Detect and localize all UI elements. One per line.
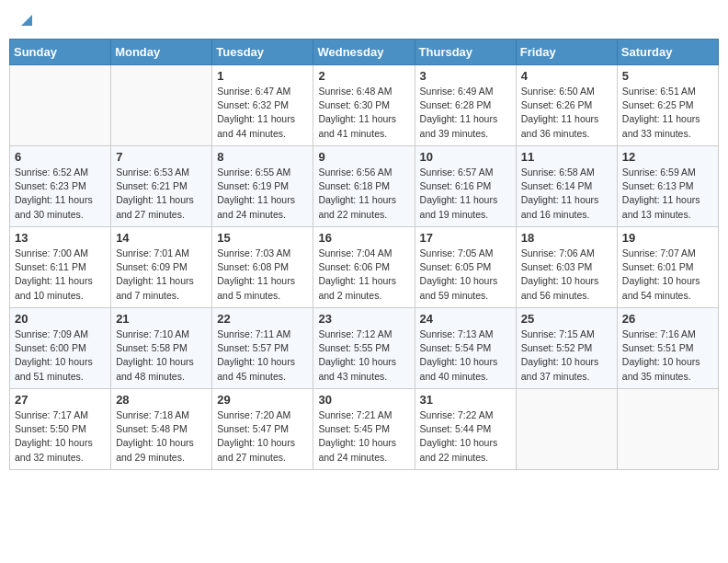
calendar-cell: 18Sunrise: 7:06 AM Sunset: 6:03 PM Dayli…: [516, 227, 617, 308]
calendar-cell: 29Sunrise: 7:20 AM Sunset: 5:47 PM Dayli…: [212, 389, 313, 470]
day-number: 3: [420, 69, 511, 83]
calendar-cell: 19Sunrise: 7:07 AM Sunset: 6:01 PM Dayli…: [617, 227, 718, 308]
calendar-week-row: 1Sunrise: 6:47 AM Sunset: 6:32 PM Daylig…: [10, 65, 719, 146]
day-info: Sunrise: 6:53 AM Sunset: 6:21 PM Dayligh…: [116, 166, 207, 222]
calendar-cell: 22Sunrise: 7:11 AM Sunset: 5:57 PM Dayli…: [212, 308, 313, 389]
calendar-cell: 6Sunrise: 6:52 AM Sunset: 6:23 PM Daylig…: [10, 146, 111, 227]
day-number: 5: [622, 69, 713, 83]
calendar-cell: 1Sunrise: 6:47 AM Sunset: 6:32 PM Daylig…: [212, 65, 313, 146]
day-info: Sunrise: 7:01 AM Sunset: 6:09 PM Dayligh…: [116, 247, 207, 303]
day-info: Sunrise: 6:59 AM Sunset: 6:13 PM Dayligh…: [622, 166, 713, 222]
calendar-cell: [111, 65, 212, 146]
calendar-cell: 2Sunrise: 6:48 AM Sunset: 6:30 PM Daylig…: [313, 65, 415, 146]
day-info: Sunrise: 6:56 AM Sunset: 6:18 PM Dayligh…: [318, 166, 409, 222]
calendar-cell: 28Sunrise: 7:18 AM Sunset: 5:48 PM Dayli…: [111, 389, 212, 470]
calendar-cell: 16Sunrise: 7:04 AM Sunset: 6:06 PM Dayli…: [313, 227, 415, 308]
day-number: 18: [521, 231, 612, 245]
day-info: Sunrise: 7:09 AM Sunset: 6:00 PM Dayligh…: [15, 327, 106, 384]
calendar-week-row: 6Sunrise: 6:52 AM Sunset: 6:23 PM Daylig…: [10, 146, 719, 227]
calendar-cell: 11Sunrise: 6:58 AM Sunset: 6:14 PM Dayli…: [516, 146, 617, 227]
day-number: 21: [116, 312, 207, 326]
day-info: Sunrise: 6:50 AM Sunset: 6:26 PM Dayligh…: [521, 85, 612, 141]
day-info: Sunrise: 7:17 AM Sunset: 5:50 PM Dayligh…: [15, 408, 106, 465]
day-number: 2: [318, 69, 409, 83]
calendar-cell: 25Sunrise: 7:15 AM Sunset: 5:52 PM Dayli…: [516, 308, 617, 389]
day-number: 13: [15, 231, 106, 245]
column-header-sunday: Sunday: [10, 40, 111, 65]
day-info: Sunrise: 6:52 AM Sunset: 6:23 PM Dayligh…: [15, 166, 106, 222]
day-number: 26: [622, 312, 713, 326]
calendar-cell: 9Sunrise: 6:56 AM Sunset: 6:18 PM Daylig…: [313, 146, 415, 227]
calendar-cell: 15Sunrise: 7:03 AM Sunset: 6:08 PM Dayli…: [212, 227, 313, 308]
day-info: Sunrise: 6:51 AM Sunset: 6:25 PM Dayligh…: [622, 85, 713, 141]
calendar-cell: [617, 389, 718, 470]
column-header-thursday: Thursday: [415, 40, 516, 65]
day-number: 25: [521, 312, 612, 326]
calendar-cell: 26Sunrise: 7:16 AM Sunset: 5:51 PM Dayli…: [617, 308, 718, 389]
day-number: 11: [521, 150, 612, 164]
day-info: Sunrise: 7:15 AM Sunset: 5:52 PM Dayligh…: [521, 327, 612, 384]
day-number: 24: [420, 312, 511, 326]
column-header-friday: Friday: [516, 40, 617, 65]
day-number: 12: [622, 150, 713, 164]
day-info: Sunrise: 7:06 AM Sunset: 6:03 PM Dayligh…: [521, 247, 612, 303]
calendar-cell: 3Sunrise: 6:49 AM Sunset: 6:28 PM Daylig…: [415, 65, 516, 146]
day-number: 22: [217, 312, 308, 326]
day-number: 19: [622, 231, 713, 245]
calendar-cell: 5Sunrise: 6:51 AM Sunset: 6:25 PM Daylig…: [617, 65, 718, 146]
calendar-cell: 30Sunrise: 7:21 AM Sunset: 5:45 PM Dayli…: [313, 389, 415, 470]
day-info: Sunrise: 7:11 AM Sunset: 5:57 PM Dayligh…: [217, 327, 308, 384]
day-number: 10: [420, 150, 511, 164]
calendar-week-row: 27Sunrise: 7:17 AM Sunset: 5:50 PM Dayli…: [10, 389, 719, 470]
day-info: Sunrise: 6:58 AM Sunset: 6:14 PM Dayligh…: [521, 166, 612, 222]
day-number: 7: [116, 150, 207, 164]
logo-text: [17, 13, 33, 28]
logo-triangle-icon: [17, 13, 32, 28]
column-header-tuesday: Tuesday: [212, 40, 313, 65]
calendar-cell: 7Sunrise: 6:53 AM Sunset: 6:21 PM Daylig…: [111, 146, 212, 227]
day-info: Sunrise: 7:07 AM Sunset: 6:01 PM Dayligh…: [622, 247, 713, 303]
day-number: 29: [217, 393, 308, 407]
day-info: Sunrise: 7:18 AM Sunset: 5:48 PM Dayligh…: [116, 408, 207, 465]
calendar-week-row: 13Sunrise: 7:00 AM Sunset: 6:11 PM Dayli…: [10, 227, 719, 308]
svg-marker-0: [21, 15, 32, 26]
day-number: 1: [217, 69, 308, 83]
page-header: [9, 9, 719, 31]
calendar-cell: 24Sunrise: 7:13 AM Sunset: 5:54 PM Dayli…: [415, 308, 516, 389]
day-number: 23: [318, 312, 409, 326]
day-info: Sunrise: 7:21 AM Sunset: 5:45 PM Dayligh…: [318, 408, 409, 465]
calendar-week-row: 20Sunrise: 7:09 AM Sunset: 6:00 PM Dayli…: [10, 308, 719, 389]
day-info: Sunrise: 7:13 AM Sunset: 5:54 PM Dayligh…: [420, 327, 511, 384]
day-number: 15: [217, 231, 308, 245]
calendar-cell: [516, 389, 617, 470]
day-number: 27: [15, 393, 106, 407]
day-number: 20: [15, 312, 106, 326]
day-number: 8: [217, 150, 308, 164]
day-info: Sunrise: 6:47 AM Sunset: 6:32 PM Dayligh…: [217, 85, 308, 141]
column-header-saturday: Saturday: [617, 40, 718, 65]
day-info: Sunrise: 7:05 AM Sunset: 6:05 PM Dayligh…: [420, 247, 511, 303]
calendar-cell: 20Sunrise: 7:09 AM Sunset: 6:00 PM Dayli…: [10, 308, 111, 389]
day-info: Sunrise: 6:49 AM Sunset: 6:28 PM Dayligh…: [420, 85, 511, 141]
day-info: Sunrise: 6:48 AM Sunset: 6:30 PM Dayligh…: [318, 85, 409, 141]
calendar-cell: 10Sunrise: 6:57 AM Sunset: 6:16 PM Dayli…: [415, 146, 516, 227]
day-info: Sunrise: 7:03 AM Sunset: 6:08 PM Dayligh…: [217, 247, 308, 303]
calendar-cell: 21Sunrise: 7:10 AM Sunset: 5:58 PM Dayli…: [111, 308, 212, 389]
day-number: 9: [318, 150, 409, 164]
column-header-monday: Monday: [111, 40, 212, 65]
day-info: Sunrise: 7:10 AM Sunset: 5:58 PM Dayligh…: [116, 327, 207, 384]
day-info: Sunrise: 6:57 AM Sunset: 6:16 PM Dayligh…: [420, 166, 511, 222]
calendar-cell: 27Sunrise: 7:17 AM Sunset: 5:50 PM Dayli…: [10, 389, 111, 470]
calendar-cell: 17Sunrise: 7:05 AM Sunset: 6:05 PM Dayli…: [415, 227, 516, 308]
day-number: 30: [318, 393, 409, 407]
day-number: 31: [420, 393, 511, 407]
calendar-cell: 8Sunrise: 6:55 AM Sunset: 6:19 PM Daylig…: [212, 146, 313, 227]
calendar-table: SundayMondayTuesdayWednesdayThursdayFrid…: [9, 39, 719, 470]
calendar-cell: [10, 65, 111, 146]
day-info: Sunrise: 7:16 AM Sunset: 5:51 PM Dayligh…: [622, 327, 713, 384]
calendar-cell: 14Sunrise: 7:01 AM Sunset: 6:09 PM Dayli…: [111, 227, 212, 308]
calendar-cell: 23Sunrise: 7:12 AM Sunset: 5:55 PM Dayli…: [313, 308, 415, 389]
calendar-cell: 4Sunrise: 6:50 AM Sunset: 6:26 PM Daylig…: [516, 65, 617, 146]
logo: [17, 13, 33, 28]
day-info: Sunrise: 7:04 AM Sunset: 6:06 PM Dayligh…: [318, 247, 409, 303]
